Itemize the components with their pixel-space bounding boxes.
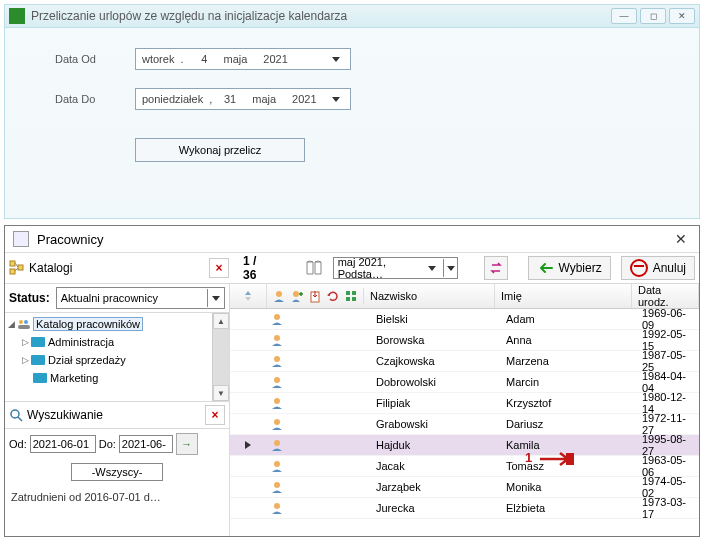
people-icon [17, 318, 31, 330]
table-row[interactable]: BielskiAdam1969-06-09 [230, 309, 699, 330]
sort-asc-icon[interactable] [240, 288, 256, 304]
tree-node[interactable]: Marketing [5, 369, 211, 387]
tree-node[interactable]: ▷ Dział sprzedaży [5, 351, 211, 369]
person-icon [266, 375, 370, 389]
employees-titlebar: Pracownicy ✕ [5, 226, 699, 253]
grid-icon[interactable] [343, 288, 359, 304]
refresh-icon[interactable] [325, 288, 341, 304]
status-combo[interactable]: Aktualni pracownicy [56, 287, 225, 309]
svg-point-25 [274, 461, 280, 467]
table-row[interactable]: CzajkowskaMarzena1987-05-25 [230, 351, 699, 372]
svg-point-10 [276, 291, 282, 297]
wszyscy-chip[interactable]: -Wszyscy- [71, 463, 163, 481]
tree-root[interactable]: ◢ Katalog pracowników [5, 315, 211, 333]
anuluj-button[interactable]: Anuluj [621, 256, 695, 280]
cell-nazwisko: Filipiak [370, 397, 500, 409]
scroll-up-icon[interactable]: ▲ [213, 313, 229, 329]
expand-icon[interactable]: ▷ [19, 355, 31, 365]
table-header: Nazwisko Imię Data urodz. [230, 284, 699, 309]
close-button[interactable]: ✕ [669, 8, 695, 24]
cell-imie: Dariusz [500, 418, 636, 430]
svg-point-22 [274, 398, 280, 404]
tree-node[interactable]: ▷ Administracja [5, 333, 211, 351]
swap-button[interactable] [484, 256, 508, 280]
table-row[interactable]: DobrowolskiMarcin1984-04-04 [230, 372, 699, 393]
recalc-title: Przeliczanie urlopów ze względu na inicj… [31, 9, 608, 23]
col-imie[interactable]: Imię [495, 284, 632, 308]
catalog-tree-icon [9, 260, 25, 276]
svg-rect-1 [10, 269, 15, 274]
wybierz-button[interactable]: Wybierz [528, 256, 610, 280]
chevron-down-icon[interactable] [207, 289, 224, 307]
search-od-input[interactable] [30, 435, 96, 453]
recalc-window: Przeliczanie urlopów ze względu na inicj… [4, 4, 700, 219]
katalogi-label: Katalogi [29, 261, 209, 275]
person-header-icon[interactable] [271, 288, 287, 304]
chevron-down-icon[interactable] [425, 259, 439, 277]
table-row[interactable]: JarząbekMonika1974-05-02 [230, 477, 699, 498]
tree-scrollbar[interactable]: ▲ ▼ [212, 313, 229, 401]
person-icon [266, 312, 370, 326]
chevron-down-icon[interactable] [328, 51, 344, 67]
table-row[interactable]: JureckaElżbieta1973-03-17 [230, 498, 699, 519]
employees-title: Pracownicy [37, 232, 671, 247]
date-from-label: Data Od [55, 53, 135, 65]
cell-nazwisko: Dobrowolski [370, 376, 500, 388]
date-to-picker[interactable]: poniedziałek,31maja2021 [135, 88, 351, 110]
add-person-icon[interactable] [289, 288, 305, 304]
table-row[interactable]: HajdukKamila1995-08-27 [230, 435, 699, 456]
svg-rect-15 [346, 297, 350, 301]
person-icon [266, 480, 370, 494]
export-icon[interactable] [307, 288, 323, 304]
period-combo[interactable]: maj 2021, Podsta… [333, 257, 459, 279]
table-row[interactable]: FilipiakKrzysztof1980-12-14 [230, 393, 699, 414]
svg-point-5 [19, 320, 23, 324]
book-icon[interactable] [305, 259, 323, 277]
minimize-button[interactable]: — [611, 8, 637, 24]
col-nazwisko[interactable]: Nazwisko [364, 284, 495, 308]
date-to-label: Data Do [55, 93, 135, 105]
row-selector[interactable] [230, 440, 266, 450]
date-from-picker[interactable]: wtorek.4maja2021 [135, 48, 351, 70]
svg-point-18 [274, 314, 280, 320]
pager-label: 1 / 36 [243, 254, 271, 282]
expand-icon[interactable]: ▷ [19, 337, 31, 347]
cell-imie: Tomasz [500, 460, 636, 472]
close-icon[interactable]: ✕ [671, 231, 691, 247]
person-icon [266, 417, 370, 431]
cell-data: 1973-03-17 [636, 496, 699, 520]
tree-root-label: Katalog pracowników [33, 317, 143, 331]
svg-point-23 [274, 419, 280, 425]
table-row[interactable]: JacakTomasz1963-05-06 [230, 456, 699, 477]
execute-button[interactable]: Wykonaj przelicz [135, 138, 305, 162]
cell-nazwisko: Borowska [370, 334, 500, 346]
person-icon [266, 459, 370, 473]
cell-nazwisko: Bielski [370, 313, 500, 325]
katalogi-close-button[interactable]: × [209, 258, 229, 278]
catalog-tree[interactable]: ◢ Katalog pracowników ▷ Administracja ▷ [5, 313, 229, 402]
table-row[interactable]: BorowskaAnna1992-05-15 [230, 330, 699, 351]
app-icon [9, 8, 25, 24]
person-icon [266, 396, 370, 410]
book-icon [31, 355, 45, 365]
scroll-down-icon[interactable]: ▼ [213, 385, 229, 401]
svg-rect-13 [346, 291, 350, 295]
search-header: Wyszukiwanie × [5, 402, 229, 429]
recalc-titlebar: Przeliczanie urlopów ze względu na inicj… [5, 5, 699, 28]
chevron-down-icon[interactable] [328, 91, 344, 107]
cell-imie: Anna [500, 334, 636, 346]
person-icon [266, 333, 370, 347]
cell-imie: Monika [500, 481, 636, 493]
search-title: Wyszukiwanie [27, 408, 205, 422]
search-close-button[interactable]: × [205, 405, 225, 425]
table-row[interactable]: GrabowskiDariusz1972-11-27 [230, 414, 699, 435]
svg-point-27 [274, 503, 280, 509]
search-do-input[interactable] [119, 435, 173, 453]
col-data-urodz[interactable]: Data urodz. [632, 284, 699, 308]
chevron-down-icon[interactable] [443, 259, 458, 277]
person-icon [266, 354, 370, 368]
cell-nazwisko: Jacak [370, 460, 500, 472]
search-go-button[interactable]: → [176, 433, 198, 455]
maximize-button[interactable]: ◻ [640, 8, 666, 24]
collapse-icon[interactable]: ◢ [5, 319, 17, 329]
